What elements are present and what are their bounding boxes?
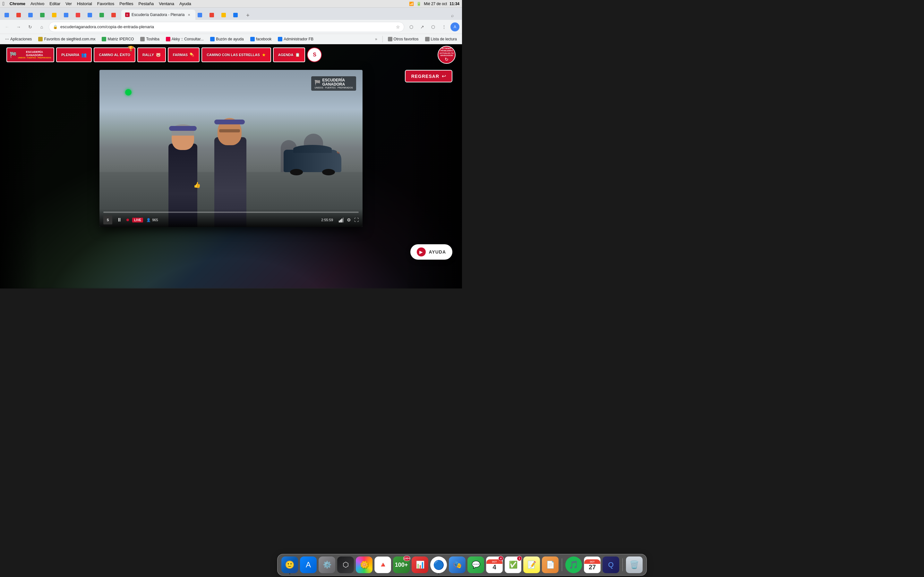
extensions-icon[interactable]: ⬡ [429,23,438,31]
bookmark-admin-fb[interactable]: Administrador FB [275,35,316,43]
ayuda-button[interactable]: ▶ AYUDA [410,244,453,259]
bookmark-lista[interactable]: Lista de lectura [423,35,459,43]
menu-pestaña[interactable]: Pestaña [139,1,154,6]
tab-mini-2[interactable] [15,10,26,20]
address-bar[interactable]: 🔒 escuderiaganadora.com/copia-de-entrada… [49,22,404,32]
tab-favicon-5 [52,13,57,17]
play-pause-button[interactable]: ⏸ [115,216,123,224]
bookmark-lista-label: Lista de lectura [431,37,457,41]
nav-camino2-label: CAMINO CON LAS ESTRELLAS [207,53,260,57]
menu-favoritos[interactable]: Favoritos [97,1,114,6]
tab-mini-13[interactable] [220,10,231,20]
tab-mini-10[interactable] [110,10,121,20]
bookmark-facebook-label: facebook [256,37,272,41]
bookmark-favicon-admin [278,37,282,41]
tab-favicon-13 [221,13,226,17]
nav-agenda[interactable]: AGENDA 📋 [273,47,305,62]
forward-nav-button[interactable]: → [14,23,23,31]
bookmark-admin-label: Administrador FB [284,37,313,41]
menu-ventana[interactable]: Ventana [159,1,174,6]
menu-historial[interactable]: Historial [77,1,92,6]
viewers-icon: 👤 [146,218,151,222]
nav-camino-estrellas[interactable]: CAMINO CON LAS ESTRELLAS ★ [202,47,271,62]
tab-mini-12[interactable] [208,10,219,20]
tab-search-button[interactable]: ⌕ [448,11,457,20]
tab-favicon-6 [64,13,68,17]
nav-rally[interactable]: RALLY 🐷 [137,47,166,62]
tab-mini-8[interactable] [86,10,97,20]
app-menu-chrome[interactable]: Chrome [10,1,25,6]
video-controls: S ⏸ LIVE 👤 965 2:55:59 [99,209,363,227]
menu-perfiles[interactable]: Perfiles [120,1,133,6]
share-icon[interactable]: ↗ [418,23,427,31]
back-arrow-icon: ↩ [442,73,446,79]
menu-archivo[interactable]: Archivo [31,1,44,6]
video-player: 🐂 👍 [99,70,363,227]
back-nav-button[interactable]: ← [3,23,11,31]
logo-subtitle: UNIDOS · FUERTES · PREPARADOS [18,57,51,59]
tab-mini-1[interactable] [3,10,14,20]
tab-mini-6[interactable] [62,10,73,20]
live-indicator-dot [126,219,129,221]
cast-icon[interactable]: ⬡ [407,23,416,31]
home-nav-button[interactable]: ⌂ [37,23,46,31]
nav-farmas[interactable]: FARMAS 💊 [168,47,200,62]
tab-mini-3[interactable] [26,10,38,20]
man-headset [214,119,245,124]
bookmark-star-icon[interactable]: ☆ [396,24,400,29]
reload-nav-button[interactable]: ↻ [26,23,35,31]
tab-favicon-8 [87,13,92,17]
tab-favicon-10 [111,13,116,17]
nav-star-icon: ★ [262,52,266,57]
menu-ver[interactable]: Ver [65,1,72,6]
bookmark-favicon-lista [425,37,430,41]
bookmark-facebook[interactable]: facebook [248,35,274,43]
red-bull-logo: 🐂 [336,151,340,154]
menu-editar[interactable]: Editar [49,1,60,6]
bookmark-siegfried[interactable]: Favoritos de siegfried.com.mx [36,35,98,43]
tab-mini-14[interactable] [231,10,243,20]
bookmarks-more[interactable]: » [373,37,380,41]
tab-mini-11[interactable] [196,10,207,20]
update-badge[interactable]: SI TIENES PROBLEMAS ACTUALIZA TU NAVEGAD… [438,46,456,64]
progress-bar[interactable] [103,211,359,213]
settings-icon[interactable]: ⚙ [347,218,351,222]
s-logo-text: S [313,52,317,58]
tab-favicon-11 [198,13,202,17]
toolbar-right: ⬡ ↗ ⬡ ⋮ A [407,23,459,31]
bookmark-iperco[interactable]: Matriz IPERCO [99,35,136,43]
bookmark-favicon-akky [166,37,170,41]
bookmark-siegfried-label: Favoritos de siegfried.com.mx [44,37,95,41]
nav-rally-icon: 🐷 [156,53,161,57]
nav-plenaria-label: PLENARIA [61,53,79,57]
fullscreen-icon[interactable]: ⛶ [354,218,359,222]
nav-plenaria[interactable]: PLENARIA 👥 [56,47,92,62]
new-tab-button[interactable]: + [243,11,252,20]
tab-close-button[interactable]: ✕ [186,12,192,17]
escuderia-logo[interactable]: 🏁 ESCUDERÍA GANADORA UNIDOS · FUERTES · … [6,47,54,62]
back-button[interactable]: REGRESAR ↩ [405,70,452,82]
man-glasses [219,129,240,132]
video-frame: 🐂 👍 [99,70,363,227]
bookmark-favicon-2 [102,37,106,41]
profile-avatar[interactable]: A [451,23,459,31]
tab-mini-5[interactable] [50,10,61,20]
bookmark-apps[interactable]: ⋯ Aplicaciones [3,35,34,43]
tab-mini-4[interactable] [38,10,50,20]
nav-camino[interactable]: CAMINO AL ÉXITO 🏆 [94,47,136,62]
active-tab[interactable]: E Escudería Ganadora - Plenaria ✕ [121,10,195,20]
update-refresh-icon: ↻ [445,57,449,62]
bookmark-otros[interactable]: Otros favoritos [385,35,421,43]
bookmark-akky[interactable]: Akky :: Consultar... [163,35,206,43]
back-button-label: REGRESAR [411,74,439,79]
tab-mini-9[interactable] [97,10,109,20]
more-menu-button[interactable]: ⋮ [439,23,449,31]
bookmark-toshiba[interactable]: Toshiba [137,35,162,43]
tab-mini-7[interactable] [74,10,86,20]
menu-ayuda[interactable]: Ayuda [179,1,191,6]
apple-menu[interactable]:  [3,1,5,7]
nav-s-logo[interactable]: S [307,47,322,62]
nav-camino-trophy: 🏆 [128,45,137,55]
bookmark-buzon[interactable]: Buzón de ayuda [208,35,246,43]
nav-agenda-icon: 📋 [295,53,300,57]
